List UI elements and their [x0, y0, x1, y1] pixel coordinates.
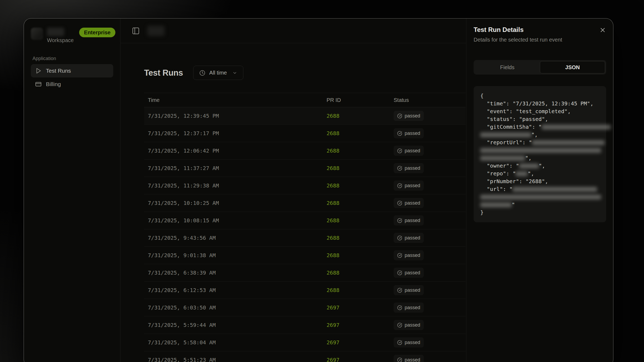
- page-title: Test Runs: [144, 68, 183, 78]
- cell-time: 7/31/2025, 10:08:15 AM: [144, 217, 327, 224]
- title-row: Test Runs All time: [144, 66, 466, 80]
- status-label: passed: [405, 287, 420, 293]
- status-label: passed: [405, 253, 420, 258]
- table-row[interactable]: 7/31/2025, 5:59:44 AM2697passed: [144, 316, 466, 334]
- table-row[interactable]: 7/31/2025, 10:10:25 AM2688passed: [144, 194, 466, 212]
- pr-id-link[interactable]: 2688: [327, 200, 394, 206]
- table-row[interactable]: 7/31/2025, 6:03:50 AM2697passed: [144, 299, 466, 316]
- sidebar-item-billing[interactable]: Billing: [31, 77, 113, 91]
- redacted-text: [516, 171, 528, 176]
- pr-id-link[interactable]: 2688: [327, 269, 394, 276]
- cell-status: passed: [394, 198, 466, 208]
- code-line: ": [480, 201, 599, 209]
- column-header-time: Time: [144, 97, 327, 103]
- panel-toggle-icon[interactable]: [132, 27, 140, 35]
- test-runs-table: Time PR ID Status 7/31/2025, 12:39:45 PM…: [144, 93, 466, 362]
- json-code: { "time": "7/31/2025, 12:39:45 PM", "eve…: [474, 86, 606, 222]
- pr-id-link[interactable]: 2688: [327, 287, 394, 293]
- pr-id-link[interactable]: 2688: [327, 130, 394, 136]
- pr-id-link[interactable]: 2688: [327, 165, 394, 171]
- check-circle-icon: [397, 166, 402, 171]
- check-circle-icon: [397, 305, 402, 310]
- table-row[interactable]: 7/31/2025, 12:39:45 PM2688passed: [144, 107, 466, 125]
- code-line: [480, 146, 599, 154]
- table-row[interactable]: 7/31/2025, 9:43:56 AM2688passed: [144, 229, 466, 247]
- status-label: passed: [405, 165, 420, 171]
- sidebar-section-label: Application: [29, 56, 115, 61]
- table-row[interactable]: 7/31/2025, 6:38:39 AM2688passed: [144, 264, 466, 282]
- details-header: Test Run Details: [474, 26, 606, 34]
- status-badge: passed: [394, 250, 424, 260]
- status-label: passed: [405, 218, 420, 223]
- redacted-text: [519, 164, 539, 168]
- check-circle-icon: [397, 148, 402, 153]
- status-badge: passed: [394, 198, 424, 208]
- pr-id-link[interactable]: 2697: [327, 304, 394, 311]
- pr-id-link[interactable]: 2688: [327, 235, 394, 241]
- cell-status: passed: [394, 146, 466, 156]
- cell-time: 7/31/2025, 6:03:50 AM: [144, 304, 327, 311]
- status-badge: passed: [394, 320, 424, 330]
- cell-time: 7/31/2025, 5:58:04 AM: [144, 339, 327, 346]
- code-text: ": [512, 201, 515, 208]
- status-badge: passed: [394, 302, 424, 313]
- sidebar-item-label: Billing: [46, 81, 61, 87]
- pr-id-link[interactable]: 2697: [327, 339, 394, 346]
- status-label: passed: [405, 305, 420, 311]
- workspace-label: Workspace: [47, 37, 74, 43]
- code-line: "gitCommitSha": ": [480, 123, 599, 131]
- cell-time: 7/31/2025, 11:37:27 AM: [144, 165, 327, 171]
- details-subtitle: Details for the selected test run event: [474, 37, 606, 43]
- cell-status: passed: [394, 111, 466, 121]
- status-badge: passed: [394, 337, 424, 348]
- cell-status: passed: [394, 302, 466, 313]
- status-badge: passed: [394, 180, 424, 191]
- details-panel: Test Run Details Details for the selecte…: [466, 19, 613, 362]
- cell-time: 7/31/2025, 11:29:38 AM: [144, 182, 327, 189]
- cell-time: 7/31/2025, 12:39:45 PM: [144, 113, 327, 119]
- status-label: passed: [405, 183, 420, 189]
- code-text: "time": "7/31/2025, 12:39:45 PM",: [480, 100, 593, 107]
- pr-id-link[interactable]: 2688: [327, 113, 394, 119]
- table-row[interactable]: 7/31/2025, 11:29:38 AM2688passed: [144, 177, 466, 194]
- time-filter-select[interactable]: All time: [193, 66, 244, 80]
- cell-time: 7/31/2025, 9:43:56 AM: [144, 235, 327, 241]
- sidebar: Workspace Enterprise Application Test Ru…: [24, 19, 120, 362]
- table-row[interactable]: 7/31/2025, 9:01:38 AM2688passed: [144, 247, 466, 264]
- pr-id-link[interactable]: 2688: [327, 217, 394, 224]
- code-text: ",: [531, 131, 538, 138]
- check-circle-icon: [397, 235, 402, 241]
- pr-id-link[interactable]: 2697: [327, 322, 394, 328]
- clock-icon: [199, 70, 205, 76]
- table-row[interactable]: 7/31/2025, 10:08:15 AM2688passed: [144, 212, 466, 229]
- code-line: "time": "7/31/2025, 12:39:45 PM",: [480, 100, 599, 108]
- cell-time: 7/31/2025, 5:59:44 AM: [144, 322, 327, 328]
- redacted-text: [480, 148, 601, 153]
- sidebar-item-test-runs[interactable]: Test Runs: [31, 64, 113, 77]
- table-row[interactable]: 7/31/2025, 12:37:17 PM2688passed: [144, 125, 466, 142]
- code-line: {: [480, 92, 599, 100]
- tab-fields[interactable]: Fields: [475, 61, 540, 73]
- status-badge: passed: [394, 163, 424, 173]
- table-row[interactable]: 7/31/2025, 12:06:42 PM2688passed: [144, 142, 466, 160]
- table-row[interactable]: 7/31/2025, 5:58:04 AM2697passed: [144, 334, 466, 351]
- pr-id-link[interactable]: 2688: [327, 147, 394, 154]
- table-row[interactable]: 7/31/2025, 6:12:53 AM2688passed: [144, 282, 466, 299]
- pr-id-link[interactable]: 2688: [327, 182, 394, 189]
- check-circle-icon: [397, 340, 402, 345]
- code-text: "event": "test_completed",: [480, 108, 571, 114]
- pr-id-link[interactable]: 2688: [327, 252, 394, 258]
- check-circle-icon: [397, 270, 402, 275]
- tab-json[interactable]: JSON: [540, 61, 605, 73]
- sidebar-item-label: Test Runs: [46, 68, 71, 74]
- status-label: passed: [405, 322, 420, 328]
- code-line: "owner": "",: [480, 162, 599, 170]
- table-row[interactable]: 7/31/2025, 5:51:23 AM2697passed: [144, 351, 466, 362]
- pr-id-link[interactable]: 2697: [327, 357, 394, 362]
- close-icon[interactable]: [599, 27, 606, 34]
- redacted-text: [480, 195, 601, 200]
- check-circle-icon: [397, 131, 402, 136]
- status-label: passed: [405, 113, 420, 119]
- code-text: ",: [539, 162, 545, 169]
- table-row[interactable]: 7/31/2025, 11:37:27 AM2688passed: [144, 160, 466, 177]
